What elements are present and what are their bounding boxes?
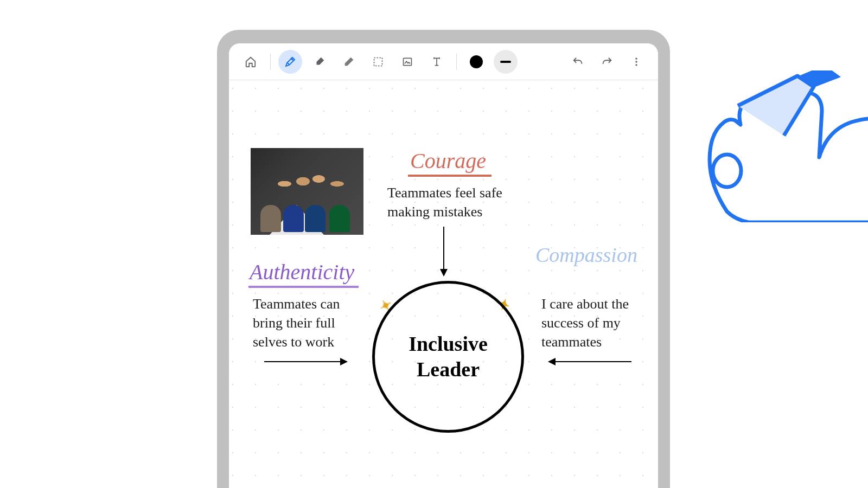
- svg-point-4: [635, 64, 637, 66]
- color-swatch-icon: [470, 55, 483, 68]
- svg-rect-0: [374, 57, 382, 66]
- pen-tool-button[interactable]: [278, 50, 302, 74]
- redo-button[interactable]: [595, 50, 619, 74]
- heading-courage: Courage: [408, 148, 492, 177]
- separator: [270, 54, 271, 70]
- toolbar: [229, 43, 658, 80]
- heading-compassion: Compassion: [535, 243, 637, 267]
- separator: [456, 54, 457, 70]
- photo-figure: [260, 205, 281, 232]
- undo-button[interactable]: [566, 50, 590, 74]
- highlighter-tool-button[interactable]: [308, 50, 331, 74]
- svg-point-2: [635, 57, 637, 59]
- text-authenticity: Teammates can bring their full selves to…: [253, 294, 361, 351]
- insert-image-button[interactable]: [395, 50, 419, 74]
- center-line2: Leader: [417, 357, 480, 383]
- center-circle: Inclusive Leader: [372, 281, 524, 433]
- arrow-left-from-right: [549, 361, 631, 362]
- stroke-icon: [500, 61, 511, 63]
- home-button[interactable]: [239, 50, 263, 74]
- arrow-down: [443, 227, 444, 275]
- more-options-button[interactable]: [624, 50, 648, 74]
- more-vertical-icon: [631, 56, 642, 67]
- selection-icon: [373, 56, 384, 67]
- undo-icon: [572, 56, 584, 68]
- center-line1: Inclusive: [409, 331, 488, 357]
- home-icon: [245, 56, 257, 68]
- stroke-width-button[interactable]: [494, 50, 518, 74]
- app-screen: Courage Teammates feel safe making mista…: [229, 43, 658, 488]
- image-icon: [402, 56, 413, 67]
- textbox-icon: [431, 56, 442, 68]
- inserted-photo[interactable]: [251, 148, 363, 235]
- tablet-frame: Courage Teammates feel safe making mista…: [217, 30, 670, 488]
- arrow-right-from-left: [264, 361, 347, 362]
- hand-illustration: [684, 70, 868, 222]
- drawing-canvas[interactable]: Courage Teammates feel safe making mista…: [229, 80, 658, 488]
- highlighter-icon: [314, 56, 326, 68]
- color-picker-button[interactable]: [464, 50, 488, 74]
- svg-point-5: [713, 155, 741, 187]
- photo-figure: [283, 205, 304, 232]
- selection-tool-button[interactable]: [366, 50, 390, 74]
- eraser-tool-button[interactable]: [337, 50, 361, 74]
- photo-figure: [305, 205, 326, 232]
- svg-point-3: [635, 61, 637, 62]
- eraser-icon: [343, 56, 355, 68]
- photo-figure: [329, 205, 350, 232]
- pen-icon: [284, 55, 297, 68]
- text-courage: Teammates feel safe making mistakes: [387, 183, 518, 221]
- text-compassion: I care about the success of my teammates: [541, 294, 655, 351]
- redo-icon: [601, 56, 613, 68]
- textbox-button[interactable]: [425, 50, 449, 74]
- heading-authenticity: Authenticity: [248, 259, 359, 288]
- center-label: Inclusive Leader: [372, 281, 524, 433]
